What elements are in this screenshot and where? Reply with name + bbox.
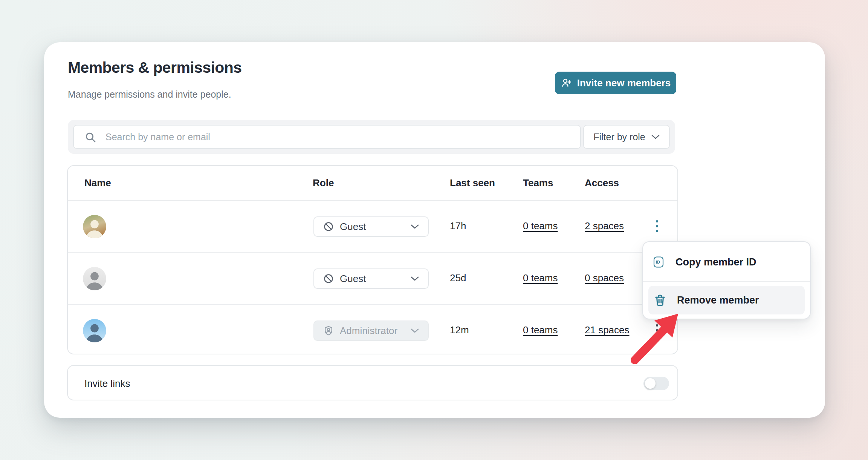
settings-card: Members & permissions Manage permissions…: [44, 42, 825, 418]
role-value: Guest: [340, 273, 366, 285]
column-header-teams: Teams: [523, 177, 553, 189]
avatar: [83, 319, 106, 342]
row-actions-kebab-icon[interactable]: [649, 320, 665, 341]
spaces-link[interactable]: 2 spaces: [585, 220, 624, 232]
ban-icon: [323, 273, 334, 284]
chevron-down-icon: [411, 276, 419, 281]
role-value: Guest: [340, 221, 366, 233]
column-header-name: Name: [84, 177, 111, 189]
filter-label: Filter by role: [593, 132, 645, 143]
avatar: [83, 215, 106, 238]
menu-item-copy-member-id[interactable]: ID Copy member ID: [643, 243, 810, 281]
person-photo-icon: [83, 319, 106, 342]
role-value: Administrator: [340, 325, 397, 337]
teams-link[interactable]: 0 teams: [523, 324, 558, 336]
search-input[interactable]: [105, 126, 573, 148]
chevron-down-icon: [651, 134, 660, 140]
invite-links-label: Invite links: [84, 378, 130, 389]
page-background: Members & permissions Manage permissions…: [0, 0, 868, 460]
chevron-down-icon: [411, 328, 419, 333]
last-seen-value: 25d: [450, 272, 466, 284]
teams-link[interactable]: 0 teams: [523, 272, 558, 284]
members-table: Name Role Last seen Teams Access Guest 1…: [67, 165, 678, 354]
spaces-link[interactable]: 21 spaces: [585, 324, 630, 336]
menu-item-remove-member[interactable]: Remove member: [648, 286, 805, 314]
svg-text:ID: ID: [656, 260, 660, 264]
last-seen-value: 17h: [450, 220, 466, 232]
role-dropdown[interactable]: Guest: [313, 268, 429, 289]
last-seen-value: 12m: [450, 324, 469, 336]
menu-item-label: Remove member: [677, 294, 759, 306]
table-row: Administrator 12m 0 teams 21 spaces: [68, 305, 677, 356]
invite-links-toggle[interactable]: [643, 377, 669, 390]
avatar: [83, 267, 106, 290]
row-actions-kebab-icon[interactable]: [649, 216, 665, 237]
id-badge-icon: ID: [652, 256, 665, 268]
role-dropdown[interactable]: Guest: [313, 216, 429, 237]
chevron-down-icon: [411, 224, 419, 229]
person-photo-icon: [83, 267, 106, 290]
person-photo-icon: [83, 215, 106, 238]
column-header-access: Access: [585, 177, 619, 189]
shield-user-icon: [323, 325, 334, 336]
teams-link[interactable]: 0 teams: [523, 220, 558, 232]
invite-new-members-button[interactable]: Invite new members: [555, 72, 676, 94]
ban-icon: [323, 221, 334, 232]
trash-icon: [654, 294, 666, 307]
spaces-link[interactable]: 0 spaces: [585, 272, 624, 284]
user-plus-icon: [561, 77, 572, 89]
row-actions-context-menu: ID Copy member ID Remove member: [642, 241, 811, 319]
search-toolbar: Filter by role: [68, 120, 675, 154]
search-field-container: [73, 125, 581, 149]
toggle-knob: [645, 378, 656, 389]
table-header: Name Role Last seen Teams Access: [68, 166, 677, 201]
invite-links-section: Invite links: [67, 365, 678, 400]
invite-button-label: Invite new members: [577, 77, 671, 89]
table-row: Guest 25d 0 teams 0 spaces: [68, 253, 677, 304]
menu-item-label: Copy member ID: [675, 256, 756, 268]
menu-divider: [643, 281, 810, 282]
table-row: Guest 17h 0 teams 2 spaces: [68, 201, 677, 252]
page-subtitle: Manage permissions and invite people.: [68, 89, 231, 100]
page-title: Members & permissions: [68, 59, 241, 77]
column-header-role: Role: [313, 177, 334, 189]
filter-by-role-dropdown[interactable]: Filter by role: [583, 125, 670, 149]
column-header-last-seen: Last seen: [450, 177, 495, 189]
search-icon: [84, 131, 96, 143]
role-dropdown-disabled[interactable]: Administrator: [313, 320, 429, 341]
